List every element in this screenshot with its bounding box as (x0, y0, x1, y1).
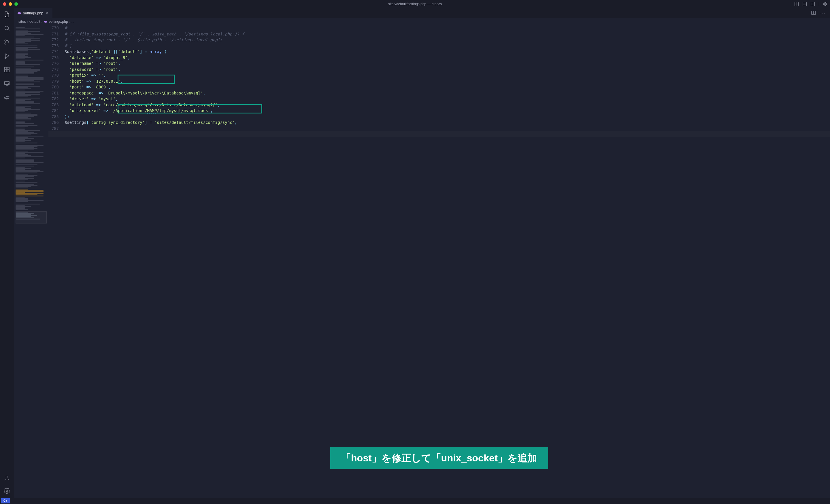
line-content[interactable]: 'prefix' => '', (65, 72, 830, 78)
chevron-right-icon: › (41, 20, 42, 24)
remote-indicator[interactable] (1, 498, 10, 503)
line-content[interactable]: # include $app_root . '/' . $site_path .… (65, 37, 830, 43)
code-editor[interactable]: 770#771# if (file_exists($app_root . '/'… (49, 25, 830, 498)
search-icon[interactable] (3, 25, 10, 32)
line-content[interactable]: # if (file_exists($app_root . '/' . $sit… (65, 31, 830, 37)
chevron-right-icon: › (27, 20, 28, 24)
php-file-icon (44, 20, 47, 24)
line-number: 772 (49, 37, 65, 43)
svg-point-14 (8, 83, 9, 85)
code-line[interactable]: 774$databases['default']['default'] = ar… (49, 49, 830, 55)
code-line[interactable]: 776 'username' => 'root', (49, 61, 830, 67)
code-line[interactable]: 772# include $app_root . '/' . $site_pat… (49, 37, 830, 43)
close-tab-icon[interactable]: ✕ (45, 11, 49, 15)
minimap[interactable] (14, 25, 49, 498)
main-layout: settings.php ✕ ··· sites › default › set… (0, 8, 830, 498)
current-line-highlight (49, 131, 830, 137)
svg-rect-8 (5, 70, 7, 72)
code-line[interactable]: 779 'host' => '127.0.0.1', (49, 78, 830, 85)
activity-bar (0, 8, 14, 498)
remote-explorer-icon[interactable] (3, 80, 10, 87)
maximize-window-button[interactable] (14, 2, 18, 6)
explorer-icon[interactable] (3, 11, 10, 18)
svg-point-0 (5, 26, 9, 30)
toggle-panel-icon[interactable] (803, 2, 807, 6)
tab-settings-php[interactable]: settings.php ✕ (14, 8, 53, 18)
code-line[interactable]: 771# if (file_exists($app_root . '/' . $… (49, 31, 830, 37)
line-content[interactable]: 'autoload' => 'core/modules/mysql/src/Dr… (65, 102, 830, 108)
split-editor-icon[interactable] (811, 10, 816, 16)
line-number: 775 (49, 55, 65, 61)
editor-body: 770#771# if (file_exists($app_root . '/'… (14, 25, 830, 498)
code-line[interactable]: 785); (49, 114, 830, 120)
minimap-viewport[interactable] (15, 211, 47, 224)
line-number: 782 (49, 96, 65, 102)
line-number: 784 (49, 108, 65, 114)
code-line[interactable]: 778 'prefix' => '', (49, 72, 830, 78)
line-number: 777 (49, 67, 65, 73)
extensions-icon[interactable] (3, 66, 10, 73)
code-line[interactable]: 780 'port' => '8889', (49, 84, 830, 90)
svg-point-17 (18, 12, 21, 14)
split-left-icon[interactable] (795, 2, 799, 6)
editor-area: settings.php ✕ ··· sites › default › set… (14, 8, 830, 498)
chevron-right-icon: › (69, 20, 70, 24)
line-content[interactable]: # } (65, 43, 830, 49)
line-content[interactable]: 'namespace' => 'Drupal\\mysql\\Driver\\D… (65, 90, 830, 96)
titlebar-layout-controls (795, 2, 827, 6)
docker-icon[interactable] (3, 94, 10, 101)
code-line[interactable]: 782 'driver' => 'mysql', (49, 96, 830, 102)
close-window-button[interactable] (3, 2, 6, 6)
line-content[interactable]: 'host' => '127.0.0.1', (65, 78, 830, 85)
settings-gear-icon[interactable] (3, 487, 10, 494)
svg-marker-5 (5, 54, 9, 58)
code-line[interactable]: 784 'unix_socket' => '/Applications/MAMP… (49, 108, 830, 114)
line-content[interactable]: ); (65, 114, 830, 120)
editor-actions: ··· (811, 8, 830, 18)
window-title: sites/default/settings.php — htdocs (388, 2, 442, 6)
tab-label: settings.php (23, 11, 43, 15)
svg-point-6 (5, 58, 6, 59)
line-content[interactable]: 'password' => 'root', (65, 67, 830, 73)
breadcrumbs[interactable]: sites › default › settings.php › ... (14, 18, 830, 25)
line-content[interactable] (65, 126, 830, 132)
line-content[interactable]: 'driver' => 'mysql', (65, 96, 830, 102)
breadcrumb-part[interactable]: ... (71, 20, 74, 24)
line-content[interactable]: 'port' => '8889', (65, 84, 830, 90)
customize-layout-icon[interactable] (823, 2, 827, 6)
code-line[interactable]: 770# (49, 25, 830, 31)
svg-point-4 (8, 41, 9, 43)
code-line[interactable]: 773# } (49, 43, 830, 49)
minimize-window-button[interactable] (9, 2, 12, 6)
code-line[interactable]: 781 'namespace' => 'Drupal\\mysql\\Drive… (49, 90, 830, 96)
line-number: 780 (49, 84, 65, 90)
line-number: 779 (49, 78, 65, 85)
line-content[interactable]: 'username' => 'root', (65, 61, 830, 67)
line-content[interactable]: 'unix_socket' => '/Applications/MAMP/tmp… (65, 108, 830, 114)
line-number: 785 (49, 114, 65, 120)
line-content[interactable]: 'database' => 'drupal_9', (65, 55, 830, 61)
split-right-icon[interactable] (811, 2, 815, 6)
line-number: 774 (49, 49, 65, 55)
breadcrumb-part[interactable]: default (29, 20, 40, 24)
breadcrumb-part[interactable]: settings.php (49, 20, 68, 24)
line-content[interactable]: $settings['config_sync_directory'] = 'si… (65, 120, 830, 126)
code-line[interactable]: 783 'autoload' => 'core/modules/mysql/sr… (49, 102, 830, 108)
svg-point-20 (44, 21, 47, 23)
code-line[interactable]: 787 (49, 126, 830, 132)
line-number: 770 (49, 25, 65, 31)
code-line[interactable]: 775 'database' => 'drupal_9', (49, 55, 830, 61)
line-content[interactable]: $databases['default']['default'] = array… (65, 49, 830, 55)
code-line[interactable]: 777 'password' => 'root', (49, 67, 830, 73)
more-actions-icon[interactable]: ··· (821, 11, 826, 16)
code-line[interactable]: 786$settings['config_sync_directory'] = … (49, 120, 830, 126)
svg-point-2 (5, 40, 6, 41)
svg-rect-11 (5, 81, 9, 85)
breadcrumb-part[interactable]: sites (19, 20, 26, 24)
accounts-icon[interactable] (3, 475, 10, 481)
run-debug-icon[interactable] (3, 53, 10, 59)
svg-point-3 (5, 43, 6, 44)
source-control-icon[interactable] (3, 39, 10, 45)
line-content[interactable]: # (65, 25, 830, 31)
php-file-icon (17, 11, 21, 15)
